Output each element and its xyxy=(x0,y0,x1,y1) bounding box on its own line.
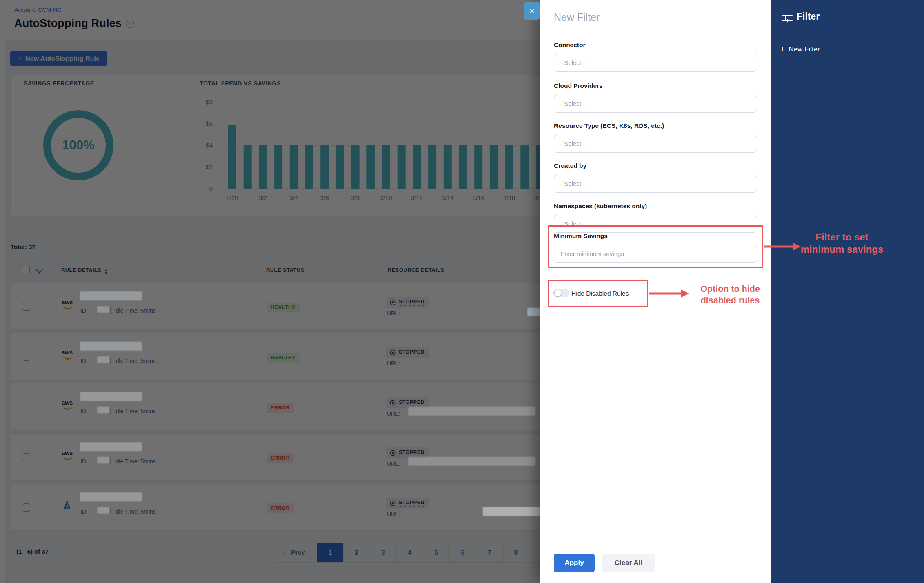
redacted-text xyxy=(527,308,540,316)
redacted-text xyxy=(80,292,142,300)
resource-type-select[interactable]: - Select - xyxy=(554,135,757,153)
redacted-text xyxy=(80,442,142,451)
redacted-text xyxy=(97,457,109,463)
redacted-text xyxy=(408,457,535,466)
redacted-text xyxy=(483,507,540,516)
redacted-text xyxy=(97,507,109,514)
created-by-select[interactable]: - Select - xyxy=(554,175,757,193)
cloud-providers-label: Cloud Providers xyxy=(554,82,603,89)
drawer-divider xyxy=(554,274,765,274)
redacted-text xyxy=(97,306,109,313)
hide-disabled-rules-label: Hide Disabled Rules xyxy=(571,290,629,297)
new-filter-drawer: × New Filter Connector - Select - Cloud … xyxy=(540,0,771,583)
minimum-savings-input[interactable] xyxy=(554,245,757,263)
hide-disabled-rules-toggle[interactable] xyxy=(553,289,569,297)
close-icon[interactable]: × xyxy=(524,2,540,20)
new-filter-button[interactable]: +New Filter xyxy=(780,44,820,54)
redacted-text xyxy=(97,407,109,413)
clear-all-button[interactable]: Clear All xyxy=(602,554,655,572)
autostopping-rules-page: Account: CCM-NG AutoStopping Rulesi +New… xyxy=(0,0,924,583)
redacted-text xyxy=(80,342,142,351)
apply-button[interactable]: Apply xyxy=(554,554,595,572)
namespaces-select[interactable]: - Select - xyxy=(554,215,757,233)
resource-type-label: Resource Type (ECS, K8s, RDS, etc.) xyxy=(554,122,664,129)
redacted-text xyxy=(80,392,142,401)
namespaces-label: Namespaces (kubernetes only) xyxy=(554,202,647,210)
created-by-label: Created by xyxy=(554,162,586,169)
toggle-knob xyxy=(555,290,561,296)
filter-sliders-icon xyxy=(782,13,793,23)
minimum-savings-label: Minimum Savings xyxy=(554,232,608,240)
cloud-providers-select[interactable]: - Select - xyxy=(554,95,757,113)
filter-side-panel: Filter +New Filter xyxy=(771,0,924,583)
redacted-text xyxy=(80,492,142,501)
filter-name-input[interactable]: New Filter xyxy=(554,11,600,23)
plus-icon: + xyxy=(780,44,785,53)
filter-name-underline xyxy=(554,38,765,38)
connector-label: Connector xyxy=(554,41,586,49)
redacted-text xyxy=(408,407,535,416)
filter-panel-title: Filter xyxy=(797,11,820,22)
redacted-text xyxy=(97,356,109,363)
connector-select[interactable]: - Select - xyxy=(554,54,757,72)
